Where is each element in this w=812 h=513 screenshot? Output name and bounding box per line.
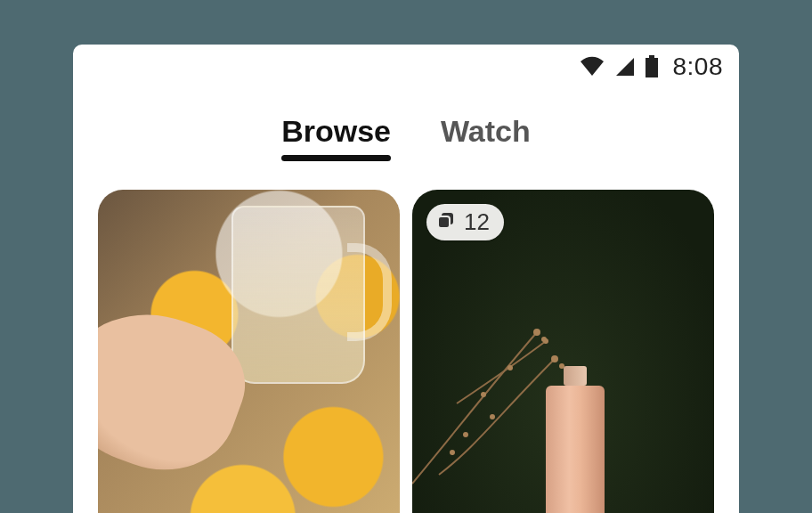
- svg-point-7: [508, 365, 513, 370]
- tube-illustration: [546, 386, 605, 513]
- battery-icon: [645, 55, 659, 78]
- svg-rect-1: [646, 58, 658, 77]
- svg-point-2: [533, 329, 540, 336]
- svg-point-10: [463, 432, 468, 437]
- status-time: 8:08: [673, 53, 724, 81]
- cellular-icon: [614, 56, 636, 77]
- content-grid: 12: [73, 172, 739, 513]
- stack-icon: [435, 210, 457, 235]
- pitcher-illustration: [231, 206, 365, 384]
- collection-badge: 12: [426, 204, 504, 240]
- svg-rect-0: [649, 55, 654, 58]
- device-frame: 8:08 Browse Watch: [73, 45, 739, 513]
- svg-point-11: [450, 450, 455, 455]
- svg-rect-13: [438, 216, 450, 228]
- wifi-icon: [579, 56, 605, 77]
- svg-point-9: [490, 414, 495, 419]
- badge-count: 12: [464, 208, 490, 236]
- svg-point-8: [481, 392, 486, 397]
- card-lemons[interactable]: [98, 190, 400, 513]
- status-bar: 8:08: [73, 45, 739, 89]
- card-product[interactable]: 12: [412, 190, 714, 513]
- tab-browse[interactable]: Browse: [281, 114, 391, 149]
- svg-point-6: [543, 338, 548, 344]
- tab-bar: Browse Watch: [73, 89, 739, 172]
- svg-point-4: [551, 355, 558, 362]
- tab-watch[interactable]: Watch: [441, 114, 531, 149]
